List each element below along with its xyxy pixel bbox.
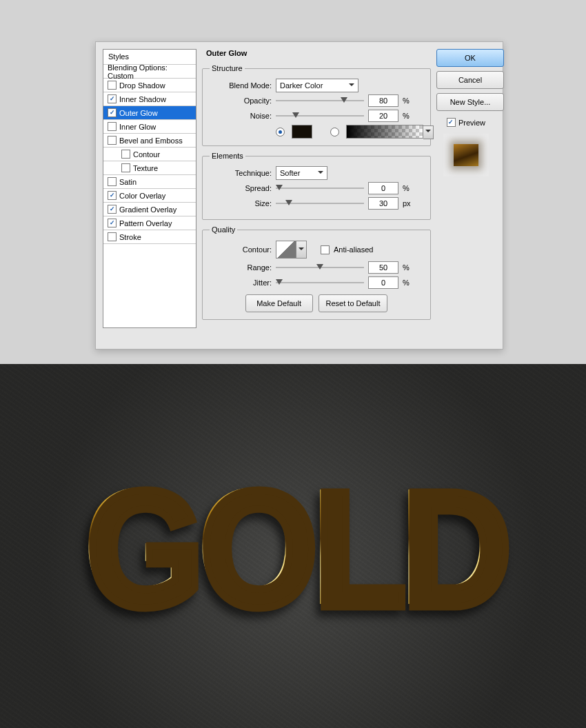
style-checkbox[interactable] — [108, 94, 117, 103]
preview-label: Preview — [458, 119, 485, 127]
style-item-bevel-and-emboss[interactable]: Bevel and Emboss — [103, 134, 196, 148]
style-label: Gradient Overlay — [119, 205, 176, 214]
gold-text: GOLD — [82, 450, 504, 642]
cancel-button[interactable]: Cancel — [436, 71, 504, 89]
settings-column: Outer Glow Structure Blend Mode: Darker … — [202, 49, 431, 342]
range-unit: % — [403, 263, 414, 272]
result-render: GOLD — [0, 364, 586, 728]
spread-slider[interactable] — [276, 183, 364, 193]
contour-label: Contour: — [210, 245, 272, 254]
style-label: Bevel and Emboss — [119, 136, 183, 145]
style-checkbox[interactable] — [108, 205, 117, 214]
preview-checkbox[interactable] — [447, 118, 456, 127]
style-label: Inner Shadow — [119, 95, 166, 103]
blend-mode-select[interactable]: Darker Color — [276, 79, 358, 92]
style-item-texture[interactable]: Texture — [103, 161, 196, 175]
spread-label: Spread: — [210, 184, 272, 192]
style-item-inner-glow[interactable]: Inner Glow — [103, 120, 196, 134]
anti-aliased-checkbox[interactable] — [321, 245, 330, 254]
style-item-satin[interactable]: Satin — [103, 175, 196, 189]
style-item-stroke[interactable]: Stroke — [103, 230, 196, 244]
jitter-slider[interactable] — [276, 278, 364, 287]
style-checkbox[interactable] — [108, 191, 117, 200]
opacity-value[interactable]: 80 — [368, 94, 398, 107]
technique-select[interactable]: Softer — [276, 166, 327, 180]
preview-swatch — [443, 134, 489, 176]
styles-list: Styles Blending Options: Custom Drop Sha… — [103, 49, 196, 328]
anti-aliased-label: Anti-aliased — [334, 245, 373, 254]
glow-gradient-radio[interactable] — [330, 128, 339, 136]
quality-legend: Quality — [210, 225, 237, 234]
noise-value[interactable]: 20 — [368, 110, 398, 122]
style-item-color-overlay[interactable]: Color Overlay — [103, 189, 196, 203]
noise-unit: % — [403, 112, 414, 120]
style-label: Satin — [119, 178, 137, 186]
layer-style-dialog: Styles Blending Options: Custom Drop Sha… — [95, 41, 503, 350]
reset-default-button[interactable]: Reset to Default — [319, 294, 388, 312]
style-label: Drop Shadow — [119, 81, 165, 90]
style-checkbox[interactable] — [121, 163, 130, 172]
style-checkbox[interactable] — [108, 177, 117, 186]
panel-title: Outer Glow — [202, 49, 431, 57]
style-label: Outer Glow — [119, 109, 158, 117]
ok-button[interactable]: OK — [436, 49, 504, 67]
style-checkbox[interactable] — [108, 122, 117, 131]
contour-dropdown[interactable] — [296, 241, 307, 259]
style-checkbox[interactable] — [108, 232, 117, 241]
spread-value[interactable]: 0 — [368, 182, 398, 194]
range-slider[interactable] — [276, 263, 364, 272]
technique-label: Technique: — [210, 169, 272, 177]
new-style-button[interactable]: New Style... — [436, 93, 504, 111]
style-label: Inner Glow — [119, 123, 156, 131]
style-item-drop-shadow[interactable]: Drop Shadow — [103, 79, 196, 92]
opacity-unit: % — [403, 97, 414, 105]
style-label: Stroke — [119, 233, 141, 241]
elements-legend: Elements — [210, 152, 245, 160]
contour-picker[interactable] — [276, 241, 296, 259]
style-checkbox[interactable] — [121, 150, 130, 159]
structure-group: Structure Blend Mode: Darker Color Opaci… — [202, 64, 431, 146]
range-value[interactable]: 50 — [368, 261, 398, 274]
style-checkbox[interactable] — [108, 219, 117, 228]
style-label: Pattern Overlay — [119, 219, 172, 228]
dialog-buttons-column: OK Cancel New Style... Preview — [436, 49, 496, 342]
style-label: Texture — [133, 164, 158, 172]
style-label: Color Overlay — [119, 192, 165, 200]
jitter-value[interactable]: 0 — [368, 276, 398, 289]
size-value[interactable]: 30 — [368, 197, 398, 210]
style-item-inner-shadow[interactable]: Inner Shadow — [103, 92, 196, 106]
style-item-gradient-overlay[interactable]: Gradient Overlay — [103, 203, 196, 216]
make-default-button[interactable]: Make Default — [245, 294, 313, 312]
size-slider[interactable] — [276, 199, 364, 208]
noise-label: Noise: — [210, 112, 272, 120]
dialog-stage: Styles Blending Options: Custom Drop Sha… — [0, 0, 586, 364]
range-label: Range: — [210, 263, 272, 272]
opacity-slider[interactable] — [276, 96, 364, 105]
opacity-label: Opacity: — [210, 97, 272, 105]
blend-mode-label: Blend Mode: — [210, 81, 272, 90]
style-checkbox[interactable] — [108, 108, 117, 117]
glow-color-radio[interactable] — [276, 128, 285, 136]
size-unit: px — [403, 199, 414, 208]
structure-legend: Structure — [210, 64, 245, 72]
glow-gradient-picker[interactable] — [346, 125, 423, 139]
blending-options-label: Blending Options: Custom — [108, 63, 192, 80]
jitter-label: Jitter: — [210, 279, 272, 287]
spread-unit: % — [403, 184, 414, 192]
style-checkbox[interactable] — [108, 81, 117, 90]
noise-slider[interactable] — [276, 111, 364, 121]
style-checkbox[interactable] — [108, 136, 117, 145]
style-item-contour[interactable]: Contour — [103, 148, 196, 161]
jitter-unit: % — [403, 279, 414, 287]
elements-group: Elements Technique: Softer Spread: 0 % S… — [202, 152, 431, 220]
style-item-pattern-overlay[interactable]: Pattern Overlay — [103, 216, 196, 230]
style-item-outer-glow[interactable]: Outer Glow — [103, 106, 196, 120]
blending-options-row[interactable]: Blending Options: Custom — [103, 65, 196, 79]
style-label: Contour — [133, 150, 160, 159]
size-label: Size: — [210, 199, 272, 208]
quality-group: Quality Contour: Anti-aliased Range: 50 … — [202, 225, 431, 320]
glow-color-swatch[interactable] — [292, 125, 312, 139]
